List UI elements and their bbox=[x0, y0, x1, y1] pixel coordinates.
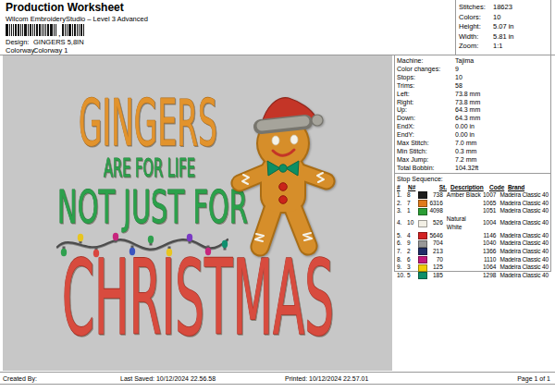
stat-label: Height: bbox=[459, 22, 493, 32]
thread-brand: Madeira Classic 40 bbox=[498, 219, 549, 227]
stop-sequence-title: Stop Sequence: bbox=[397, 175, 549, 183]
barcode-bar bbox=[65, 24, 66, 36]
row-number: 9. bbox=[397, 263, 407, 272]
machine-info-label: EndY: bbox=[397, 131, 455, 140]
thread-color-swatch bbox=[418, 232, 427, 239]
col-description: Description bbox=[449, 183, 489, 191]
barcode-bar bbox=[30, 24, 31, 36]
machine-info-row: Machine:Tajima bbox=[397, 57, 549, 66]
light-bulb bbox=[130, 248, 135, 255]
machine-info-row: Up:64.3 mm bbox=[397, 106, 549, 115]
stat-row: Zoom:1:1 bbox=[456, 42, 550, 52]
thread-swatch-cell bbox=[418, 200, 428, 207]
barcode-bar bbox=[50, 24, 53, 36]
barcode-bar bbox=[18, 24, 19, 36]
stop-sequence-row: 4.10526Natural White1004Madeira Classic … bbox=[397, 215, 549, 231]
page-number: Page 1 of 1 bbox=[517, 375, 550, 382]
light-bulb bbox=[148, 236, 154, 243]
machine-info-value: 10 bbox=[455, 74, 462, 82]
thread-swatch-cell bbox=[418, 208, 428, 215]
thread-description: Natural White bbox=[445, 215, 483, 231]
barcode-bar bbox=[9, 24, 10, 36]
button-top bbox=[279, 183, 288, 191]
needle-number: 3 bbox=[407, 263, 418, 272]
thread-color-swatch bbox=[418, 200, 427, 207]
thread-brand: Madeira Classic 40 bbox=[498, 232, 549, 240]
machine-info-row: Color changes:9 bbox=[397, 66, 549, 74]
machine-info-row: Down:64.3 mm bbox=[397, 115, 549, 123]
stop-sequence-row: 3.140981051Madeira Classic 40 bbox=[397, 207, 549, 215]
barcode-bar bbox=[36, 24, 38, 36]
stop-sequence-row: 6.97041040Madeira Classic 40 bbox=[397, 239, 549, 248]
created-by-label: Created By: bbox=[3, 375, 37, 382]
stat-row: Stitches:18623 bbox=[456, 3, 550, 13]
row-number: 8. bbox=[397, 256, 407, 264]
machine-info-label: Up: bbox=[397, 106, 455, 115]
light-bulb bbox=[205, 248, 211, 255]
thread-brand: Madeira Classic 40 bbox=[498, 191, 549, 200]
stop-sequence-row: 7.22131366Madeira Classic 40 bbox=[397, 248, 549, 256]
needle-number: 4 bbox=[407, 232, 418, 240]
col-stitches: St. bbox=[431, 183, 447, 191]
thread-swatch-cell bbox=[418, 220, 428, 227]
stop-sequence-row: 2.763161065Madeira Classic 40 bbox=[397, 200, 549, 208]
stitch-count: 4098 bbox=[428, 207, 443, 215]
machine-info-list: Machine:TajimaColor changes:9Stops:10Tri… bbox=[395, 55, 550, 173]
machine-info-value: 0.00 in bbox=[455, 123, 475, 131]
stop-sequence-row: 1.8738Amber Black1007Madeira Classic 40 bbox=[397, 191, 549, 200]
thread-brand: Madeira Classic 40 bbox=[498, 200, 549, 208]
needle-number: 7 bbox=[407, 200, 418, 208]
thread-swatch-cell bbox=[418, 272, 428, 279]
col-swatch bbox=[420, 183, 431, 191]
needle-number: 6 bbox=[407, 256, 418, 264]
machine-info-value: 73.8 mm bbox=[455, 91, 480, 99]
light-bulb bbox=[187, 234, 192, 241]
machine-info-label: Stops: bbox=[397, 74, 455, 82]
button-bottom bbox=[279, 196, 288, 204]
colorway-label: Colorway: bbox=[6, 46, 33, 55]
stitch-count: 704 bbox=[428, 239, 443, 248]
page-title: Production Worksheet bbox=[6, 1, 124, 14]
thread-code: 1064 bbox=[483, 263, 497, 272]
barcode-bar bbox=[56, 24, 56, 36]
thread-code: 1051 bbox=[483, 207, 497, 215]
machine-info-row: Stops:10 bbox=[397, 74, 549, 82]
machine-info-value: 104.32ft bbox=[455, 165, 478, 173]
barcode-bar bbox=[13, 24, 14, 36]
row-number: 5. bbox=[397, 232, 407, 240]
machine-info-row: Trims:58 bbox=[397, 82, 549, 91]
barcode-bar bbox=[77, 24, 78, 36]
barcode-bar bbox=[34, 24, 35, 36]
machine-info-value: 73.8 mm bbox=[455, 99, 480, 107]
design-barcode: , bbox=[6, 24, 85, 36]
machine-info-value: 7.0 mm bbox=[455, 140, 476, 148]
thread-swatch-cell bbox=[418, 264, 428, 272]
stitch-count: 70 bbox=[428, 256, 443, 264]
barcode-bar bbox=[62, 24, 64, 36]
col-code: Code bbox=[489, 183, 504, 191]
needle-number: 1 bbox=[407, 207, 418, 215]
stat-label: Stitches: bbox=[459, 3, 493, 13]
thread-color-swatch bbox=[418, 264, 427, 272]
machine-info-label: Down: bbox=[397, 115, 455, 123]
row-number: 3. bbox=[397, 207, 407, 215]
gingerbread-man-graphic bbox=[240, 98, 327, 247]
machine-info-label: Machine: bbox=[397, 57, 455, 66]
thread-code: 1040 bbox=[483, 239, 497, 248]
stat-value: 1:1 bbox=[493, 42, 502, 52]
machine-info-row: EndY:0.00 in bbox=[397, 131, 549, 140]
barcode-bar bbox=[83, 24, 84, 36]
design-text-not-just-for: NOT JUST FOR bbox=[57, 180, 248, 234]
thread-swatch-cell bbox=[418, 248, 428, 255]
hat-pompom bbox=[312, 115, 323, 126]
barcode-comma: , bbox=[58, 31, 61, 36]
machine-info-value: 64.3 mm bbox=[455, 115, 480, 123]
row-number: 6. bbox=[397, 239, 407, 248]
design-text-gingers: GINGERS bbox=[79, 85, 217, 161]
needle-number: 2 bbox=[407, 248, 418, 256]
last-saved-text: Last Saved: 10/12/2024 22.56.58 bbox=[120, 375, 216, 382]
thread-code: 1007 bbox=[483, 191, 497, 200]
barcode-bar bbox=[22, 24, 23, 36]
right-eye bbox=[290, 135, 298, 144]
stat-label: Width: bbox=[459, 32, 493, 43]
